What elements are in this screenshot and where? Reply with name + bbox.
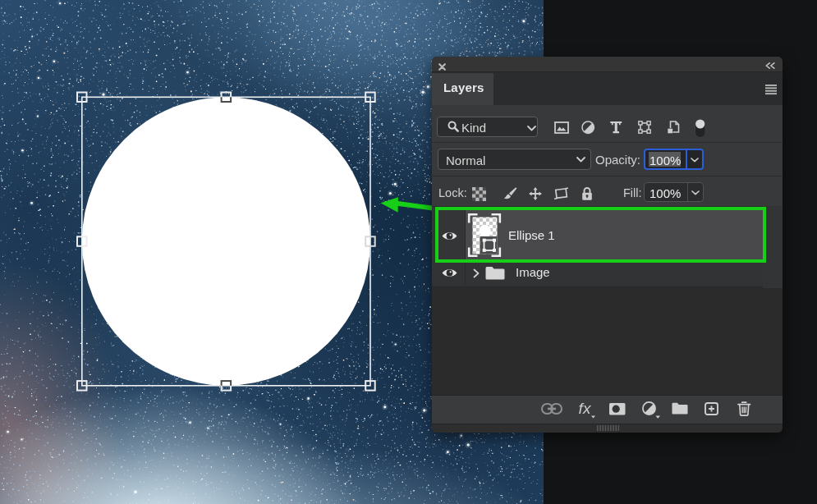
svg-text:fx: fx (579, 400, 592, 417)
